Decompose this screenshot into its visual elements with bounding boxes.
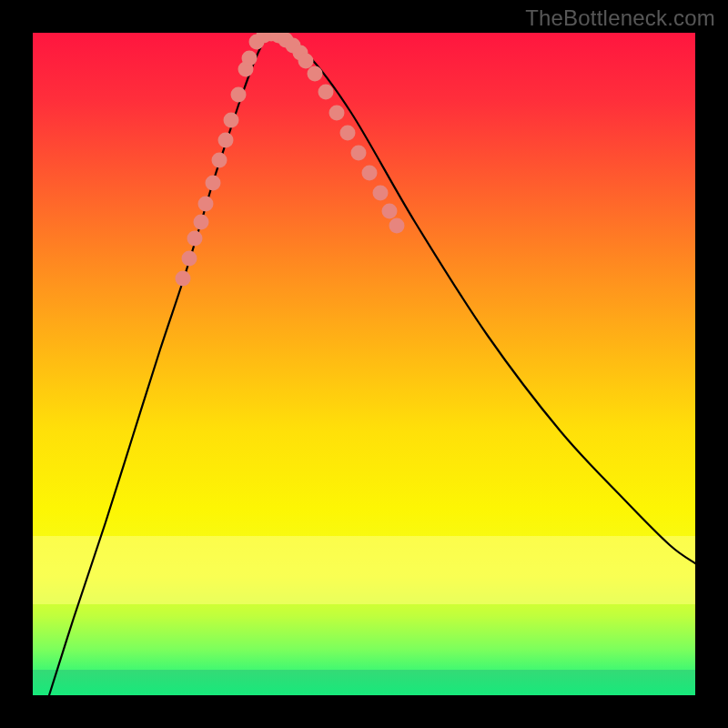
curve-layer bbox=[33, 33, 695, 695]
highlight-dot bbox=[389, 218, 405, 234]
highlight-dot bbox=[351, 146, 367, 161]
highlight-dot bbox=[373, 186, 389, 201]
highlight-dot bbox=[182, 251, 197, 267]
highlight-dot bbox=[198, 197, 214, 212]
highlight-dot bbox=[176, 271, 191, 287]
highlight-dot bbox=[242, 51, 258, 66]
highlight-dot bbox=[218, 133, 234, 148]
highlight-dot bbox=[212, 153, 228, 168]
highlight-dot bbox=[206, 176, 221, 191]
v-curve bbox=[49, 33, 695, 695]
chart-stage: TheBottleneck.com bbox=[0, 0, 728, 728]
highlight-dot bbox=[231, 87, 247, 103]
highlight-dot bbox=[298, 54, 314, 69]
highlight-dot bbox=[318, 85, 334, 100]
highlight-dot bbox=[382, 204, 398, 219]
highlight-dot bbox=[329, 106, 345, 121]
dot-group bbox=[176, 33, 405, 287]
plot-area bbox=[33, 33, 695, 695]
highlight-dot bbox=[194, 215, 209, 230]
highlight-dot bbox=[224, 113, 239, 128]
watermark-text: TheBottleneck.com bbox=[525, 5, 715, 31]
highlight-dot bbox=[308, 66, 323, 82]
highlight-dot bbox=[340, 126, 356, 141]
highlight-dot bbox=[187, 231, 203, 247]
highlight-dot bbox=[362, 166, 378, 181]
